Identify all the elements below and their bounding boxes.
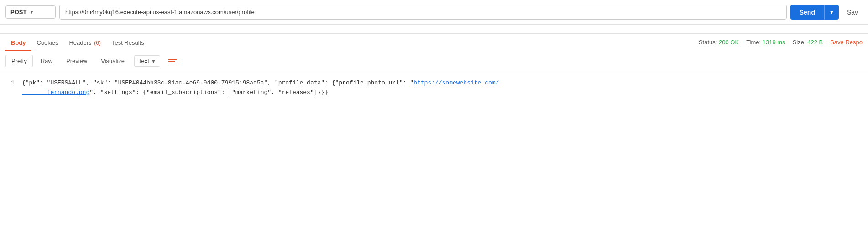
sub-tab-pretty[interactable]: Pretty	[5, 55, 33, 67]
tab-headers[interactable]: Headers (6)	[63, 34, 106, 51]
sub-tab-raw[interactable]: Raw	[35, 55, 58, 67]
code-text-before-link: {"pk": "USERS#ALL", "sk": "USER#044bb33c…	[22, 79, 413, 86]
format-select[interactable]: Text ▼	[134, 55, 160, 67]
url-input[interactable]	[59, 5, 787, 20]
headers-badge: (6)	[94, 40, 101, 46]
size-label: Size: 422 B	[793, 39, 823, 46]
wrap-button[interactable]	[166, 57, 179, 65]
send-dropdown-button[interactable]: ▼	[824, 5, 839, 20]
line-number-1: 1	[5, 79, 15, 98]
method-label: POST	[10, 9, 26, 16]
status-label: Status: 200 OK	[699, 39, 739, 46]
format-chevron-icon: ▼	[151, 58, 156, 64]
send-button[interactable]: Send	[790, 5, 824, 20]
method-select[interactable]: POST ▼	[5, 5, 56, 19]
save-button[interactable]: Sav	[842, 5, 863, 20]
format-label: Text	[138, 58, 149, 64]
spacer	[0, 25, 868, 34]
toolbar: POST ▼ Send ▼ Sav	[0, 0, 868, 25]
code-area: 1 {"pk": "USERS#ALL", "sk": "USER#044bb3…	[0, 71, 868, 105]
response-status-area: Status: 200 OK Time: 1319 ms Size: 422 B…	[699, 39, 863, 46]
status-value: 200 OK	[719, 39, 739, 46]
code-text-after-link: ", "settings": {"email_subscriptions": […	[89, 89, 328, 96]
response-tabs-row: Body Cookies Headers (6) Test Results St…	[0, 34, 868, 51]
tab-test-results[interactable]: Test Results	[106, 34, 150, 51]
method-chevron-icon: ▼	[29, 10, 34, 15]
sub-tab-visualize[interactable]: Visualize	[95, 55, 131, 67]
code-content-1: {"pk": "USERS#ALL", "sk": "USER#044bb33c…	[22, 79, 863, 98]
tab-cookies[interactable]: Cookies	[31, 34, 64, 51]
sub-tab-preview[interactable]: Preview	[60, 55, 93, 67]
code-line-1: 1 {"pk": "USERS#ALL", "sk": "USER#044bb3…	[5, 79, 863, 98]
time-value: 1319 ms	[763, 39, 785, 46]
sub-tabs-row: Pretty Raw Preview Visualize Text ▼	[0, 51, 868, 71]
wrap-lines-icon	[168, 59, 177, 63]
size-value: 422 B	[807, 39, 823, 46]
save-response-link[interactable]: Save Respo	[830, 39, 863, 46]
time-label: Time: 1319 ms	[746, 39, 785, 46]
tab-body[interactable]: Body	[5, 34, 31, 51]
send-button-group: Send ▼	[790, 5, 839, 20]
